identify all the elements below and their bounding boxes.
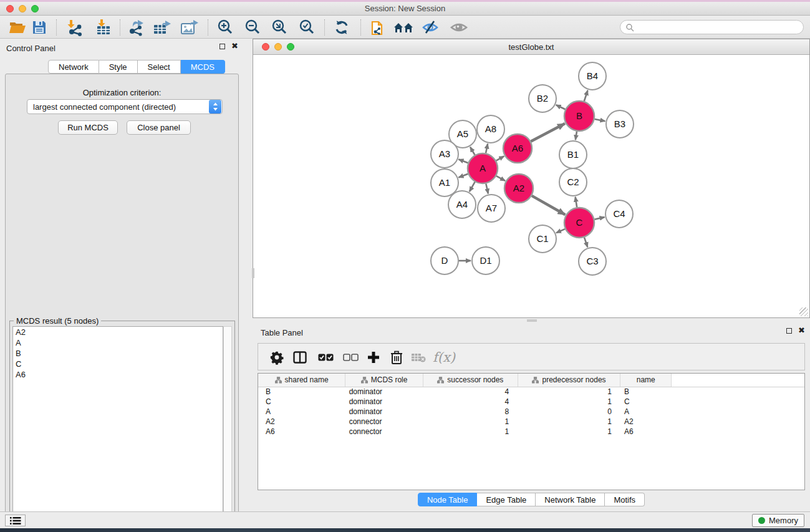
mcds-result-list[interactable]: A2ABCA6	[12, 326, 223, 530]
table-row[interactable]: A6connector11A6	[258, 427, 804, 437]
hide-selection-icon[interactable]	[420, 18, 441, 37]
mcds-result-item[interactable]: A	[13, 337, 223, 348]
tab-node-table[interactable]: Node Table	[418, 493, 478, 506]
tab-mcds[interactable]: MCDS	[181, 60, 225, 74]
table-row[interactable]: Cdominator41C	[258, 397, 804, 407]
table-cell[interactable]: 1	[423, 427, 518, 437]
graph-edge-A-A2[interactable]	[496, 176, 505, 181]
table-row[interactable]: Bdominator41B	[258, 387, 804, 397]
export-image-icon[interactable]	[179, 18, 200, 37]
table-cell[interactable]: dominator	[345, 407, 423, 417]
table-cell[interactable]: 1	[518, 417, 620, 427]
select-all-checkboxes-icon[interactable]	[315, 347, 336, 367]
table-cell[interactable]: A2	[258, 417, 345, 427]
table-cell[interactable]: 8	[423, 407, 518, 417]
network-canvas[interactable]: B4B2BB3A8A5A6A3B1AC2A1A2A4A7C4CC1C3DD1	[254, 56, 809, 317]
table-options-gear-icon[interactable]	[266, 347, 287, 367]
table-row[interactable]: Adominator80A	[258, 407, 804, 417]
mcds-result-item[interactable]: A2	[13, 327, 223, 337]
table-cell[interactable]: 1	[423, 417, 518, 427]
table-cell[interactable]: 4	[423, 387, 518, 397]
table-cell[interactable]: B	[258, 387, 345, 397]
close-table-panel-icon[interactable]: ✖	[798, 327, 805, 334]
graph-edge-A-A3[interactable]	[458, 159, 468, 163]
table-cell[interactable]: C	[258, 397, 345, 407]
create-column-icon[interactable]	[363, 347, 384, 367]
mcds-result-item[interactable]: B	[13, 348, 223, 359]
graph-edge-C-C4[interactable]	[594, 217, 604, 220]
tab-select[interactable]: Select	[138, 60, 181, 74]
tab-edge-table[interactable]: Edge Table	[477, 493, 536, 506]
tab-style[interactable]: Style	[99, 60, 138, 74]
table-cell[interactable]: 1	[518, 397, 620, 407]
show-all-networks-icon[interactable]	[393, 18, 414, 37]
column-header-shared-name[interactable]: shared name	[258, 374, 345, 387]
memory-button[interactable]: Memory	[752, 514, 804, 527]
vertical-splitter-handle[interactable]	[252, 268, 254, 278]
graph-edge-B-B4[interactable]	[584, 90, 588, 101]
table-cell[interactable]: 0	[518, 407, 620, 417]
show-selection-icon[interactable]	[448, 18, 470, 37]
optimization-criterion-dropdown[interactable]: largest connected component (directed)	[27, 99, 223, 114]
table-cell[interactable]: connector	[345, 417, 423, 427]
graph-edge-B-B3[interactable]	[595, 119, 605, 121]
table-cell[interactable]: B	[620, 387, 672, 397]
table-cell[interactable]: connector	[345, 427, 423, 437]
export-network-icon[interactable]	[125, 18, 147, 37]
graph-edge-B-B2[interactable]	[556, 105, 566, 109]
table-cell[interactable]: A6	[258, 427, 345, 437]
table-cell[interactable]: A	[620, 407, 672, 417]
network-window-titlebar[interactable]: testGlobe.txt	[253, 39, 809, 55]
mcds-result-scrollbar[interactable]	[223, 326, 232, 530]
table-cell[interactable]: 1	[518, 387, 620, 397]
import-table-icon[interactable]	[93, 18, 114, 37]
open-file-icon[interactable]	[7, 18, 28, 37]
table-row[interactable]: A2connector11A2	[258, 417, 804, 427]
import-network-icon[interactable]	[64, 18, 85, 37]
graph-edge-B-B1[interactable]	[576, 132, 577, 140]
table-cell[interactable]: dominator	[345, 387, 423, 397]
tab-network[interactable]: Network	[48, 60, 99, 74]
zoom-fit-icon[interactable]	[269, 18, 290, 37]
tab-motifs[interactable]: Motifs	[605, 493, 645, 506]
tab-network-table[interactable]: Network Table	[536, 493, 605, 506]
table-cell[interactable]: A6	[620, 427, 672, 437]
table-cell[interactable]: 4	[423, 397, 518, 407]
graph-edge-A-A8[interactable]	[486, 144, 488, 153]
graph-edge-C-C3[interactable]	[584, 238, 587, 248]
show-columns-icon[interactable]	[289, 347, 311, 367]
graph-edge-A-A7[interactable]	[486, 183, 488, 193]
delete-table-icon[interactable]	[408, 347, 429, 367]
graph-edge-A-A5[interactable]	[470, 147, 475, 155]
column-header-name[interactable]: name	[620, 374, 672, 387]
graph-edge-C-C1[interactable]	[556, 229, 565, 233]
float-panel-icon[interactable]	[219, 44, 225, 49]
table-cell[interactable]: A2	[620, 417, 672, 427]
mcds-result-item[interactable]: A6	[13, 369, 223, 380]
table-cell[interactable]: 1	[518, 427, 620, 437]
refresh-icon[interactable]	[331, 18, 352, 37]
delete-columns-icon[interactable]	[386, 347, 407, 367]
zoom-in-icon[interactable]	[215, 18, 236, 37]
table-cell[interactable]: A	[258, 407, 345, 417]
zoom-out-icon[interactable]	[242, 18, 263, 37]
graph-edge-A-A1[interactable]	[458, 174, 468, 178]
graph-edge-A2-C[interactable]	[532, 196, 566, 215]
task-history-button[interactable]	[5, 515, 26, 526]
zoom-selected-icon[interactable]	[296, 18, 317, 37]
horizontal-splitter-handle[interactable]	[527, 319, 537, 322]
deselect-all-checkboxes-icon[interactable]	[340, 347, 361, 367]
column-header-MCDS-role[interactable]: MCDS role	[345, 374, 423, 387]
table-cell[interactable]: C	[620, 397, 672, 407]
float-table-panel-icon[interactable]	[786, 328, 792, 334]
search-box[interactable]	[620, 20, 804, 34]
node-table[interactable]: shared nameMCDS rolesuccessor nodesprede…	[258, 373, 805, 490]
duplicate-network-icon[interactable]	[367, 18, 388, 37]
function-builder-icon[interactable]: f(x)	[430, 347, 458, 367]
save-session-icon[interactable]	[29, 18, 50, 37]
column-header-successor-nodes[interactable]: successor nodes	[423, 374, 518, 387]
search-input[interactable]	[634, 23, 803, 32]
window-resize-grip[interactable]	[799, 307, 808, 316]
export-table-icon[interactable]	[152, 18, 173, 37]
table-cell[interactable]: dominator	[345, 397, 423, 407]
